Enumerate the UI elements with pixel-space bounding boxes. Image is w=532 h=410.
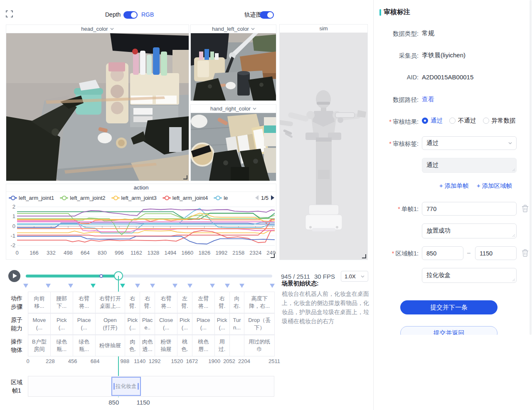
- step-cell[interactable]: Pick (...: [177, 313, 192, 335]
- step-cell[interactable]: 粉饼 抽屉: [155, 335, 177, 356]
- submit-next-button[interactable]: 提交并下一条: [400, 300, 498, 314]
- step-cell[interactable]: Pick (...: [50, 313, 73, 335]
- tag-note-textarea[interactable]: 通过: [422, 158, 517, 173]
- radio-option-unselected[interactable]: 异常数据: [483, 117, 516, 125]
- legend-item[interactable]: left_arm_joint1: [9, 195, 54, 201]
- region-track[interactable]: [28, 376, 274, 397]
- step-cell[interactable]: 向 右.: [229, 292, 245, 313]
- step-cell[interactable]: [229, 335, 245, 356]
- delete-region-frame-icon[interactable]: [522, 249, 529, 257]
- fullscreen-icon[interactable]: [6, 10, 13, 17]
- step-cell[interactable]: 右臂打开 桌面上...: [95, 292, 126, 313]
- hand-left-title[interactable]: hand_left_color: [191, 25, 276, 33]
- region-segment[interactable]: 拉化妆盒: [111, 377, 141, 396]
- play-button[interactable]: [8, 270, 20, 282]
- step-cell[interactable]: 绿色 瓶...: [50, 335, 73, 356]
- legend-item[interactable]: left_arm_joint3: [111, 195, 157, 201]
- single-frame-note-textarea[interactable]: 放置成功: [422, 223, 517, 238]
- step-cell[interactable]: 向前 移...: [28, 292, 51, 313]
- resize-handle-icon[interactable]: [271, 254, 275, 258]
- step-cell[interactable]: 高度下 降，右...: [244, 292, 275, 313]
- timeline-marker[interactable]: [91, 284, 96, 288]
- timeline-marker[interactable]: [172, 284, 177, 288]
- resize-handle-icon[interactable]: [183, 175, 187, 179]
- step-cell[interactable]: 肉 色.: [125, 335, 140, 356]
- trajectory-toggle[interactable]: [260, 11, 274, 19]
- step-cell[interactable]: 用 过.: [214, 335, 230, 356]
- step-cell[interactable]: 用过的纸 巾: [244, 335, 275, 356]
- legend-prev-icon[interactable]: [255, 195, 259, 200]
- step-cell[interactable]: 右臂 将...: [155, 292, 177, 313]
- head-color-video[interactable]: [6, 33, 189, 181]
- region-note-textarea[interactable]: 拉化妆盒: [422, 268, 517, 283]
- step-cell[interactable]: 粉饼抽屉: [95, 335, 126, 356]
- submit-return-button[interactable]: 提交并返回: [400, 326, 498, 335]
- legend-item[interactable]: le: [214, 195, 228, 201]
- step-cell[interactable]: 左 臂.: [177, 292, 192, 313]
- region-end-input[interactable]: 1150: [475, 246, 517, 260]
- region-start-input[interactable]: 850: [422, 246, 463, 260]
- step-cell[interactable]: Plac e..: [140, 313, 155, 335]
- add-region-frame-link[interactable]: + 添加区域帧: [477, 182, 512, 190]
- timeline-marker[interactable]: [68, 284, 73, 288]
- timeline-marker[interactable]: [150, 284, 155, 288]
- segment-left-handle[interactable]: [113, 383, 115, 390]
- step-cell[interactable]: Move (...: [28, 313, 51, 335]
- data-path-view-link[interactable]: 查看: [422, 96, 434, 103]
- step-cell[interactable]: Pick (...: [214, 313, 230, 335]
- action-line-chart[interactable]: [17, 204, 275, 248]
- step-cell[interactable]: 右 臂.: [140, 292, 155, 313]
- step-cell[interactable]: 绿色 瓶...: [73, 335, 96, 356]
- sim-viewport[interactable]: [280, 33, 367, 260]
- hand-left-video[interactable]: [191, 33, 276, 101]
- legend-item[interactable]: left_arm_joint2: [60, 195, 105, 201]
- step-cell[interactable]: 腰部 下...: [50, 292, 73, 313]
- timeline-marker[interactable]: [239, 284, 244, 288]
- legend-next-icon[interactable]: [271, 195, 274, 200]
- textarea-resize-icon[interactable]: [512, 234, 515, 237]
- timeline-marker[interactable]: [46, 284, 51, 288]
- region-end-value: 1150: [480, 250, 493, 257]
- sim-title[interactable]: sim: [280, 25, 367, 33]
- delete-single-frame-icon[interactable]: [522, 205, 529, 212]
- resize-handle-icon[interactable]: [362, 254, 366, 258]
- axis-number: 2052: [223, 358, 235, 364]
- step-cell[interactable]: Close (...: [155, 313, 177, 335]
- step-cell[interactable]: 右 臂.: [214, 292, 230, 313]
- add-single-frame-link[interactable]: + 添加单帧: [439, 182, 469, 190]
- scrollbar-track[interactable]: [530, 0, 532, 335]
- step-cell[interactable]: B户型 房间: [28, 335, 51, 356]
- timeline-marker[interactable]: [120, 284, 125, 288]
- step-cell[interactable]: Place (...: [192, 313, 215, 335]
- step-cell[interactable]: 桃色 唇...: [192, 335, 215, 356]
- step-cell[interactable]: Tur n...: [229, 313, 245, 335]
- step-cell[interactable]: 右臂 将...: [73, 292, 96, 313]
- timeline-marker[interactable]: [135, 284, 140, 288]
- segment-right-handle[interactable]: [138, 383, 139, 390]
- timeline-marker[interactable]: [210, 284, 215, 288]
- textarea-resize-icon[interactable]: [512, 278, 515, 282]
- step-cell[interactable]: Pick (...: [125, 313, 140, 335]
- step-cell[interactable]: 桃 色.: [177, 335, 192, 356]
- depth-rgb-toggle[interactable]: [123, 11, 138, 19]
- timeline-marker[interactable]: [225, 284, 230, 288]
- hand-right-video[interactable]: [191, 113, 276, 181]
- step-cell[interactable]: Place (...: [73, 313, 96, 335]
- textarea-resize-icon[interactable]: [512, 168, 515, 172]
- timeline-marker[interactable]: [187, 284, 192, 288]
- step-cell[interactable]: 左臂 将...: [192, 292, 215, 313]
- radio-option-unselected[interactable]: 不通过: [449, 117, 476, 125]
- head-color-title[interactable]: head_color: [6, 25, 189, 33]
- legend-item[interactable]: left_arm_joint4: [163, 195, 208, 201]
- hand-right-title[interactable]: hand_right_color: [191, 105, 276, 113]
- timeline-marker[interactable]: [23, 284, 28, 288]
- step-cell[interactable]: Open (打开): [95, 313, 126, 335]
- step-cell[interactable]: 肉色 透...: [140, 335, 155, 356]
- legend-marker-icon: [163, 196, 171, 200]
- step-cell[interactable]: 右 臂.: [125, 292, 140, 313]
- timeline-marker[interactable]: [270, 284, 275, 288]
- radio-option-selected[interactable]: 通过: [422, 117, 443, 125]
- step-cell[interactable]: Drop（丢 下）: [244, 313, 275, 335]
- single-frame-input[interactable]: 770: [422, 202, 517, 216]
- tag-select[interactable]: 通过: [422, 136, 517, 150]
